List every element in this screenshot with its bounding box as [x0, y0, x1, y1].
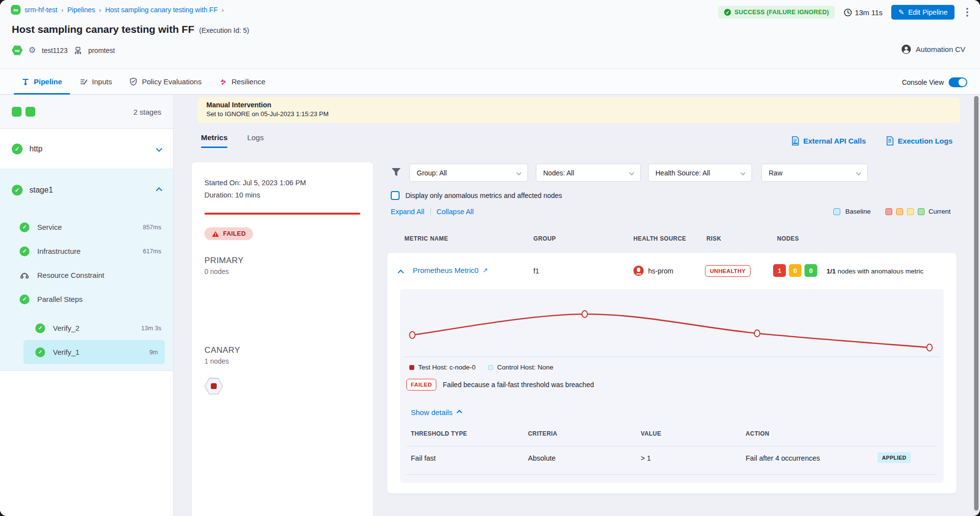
failure-message: Failed because a fail-fast threshold was… — [443, 381, 594, 389]
unhealthy-node-dot — [211, 383, 217, 389]
step-row-infrastructure[interactable]: ✓Infrastructure617ms — [0, 239, 173, 263]
breadcrumb-pipeline-name[interactable]: Host sampling canary testing with FF — [105, 6, 218, 14]
tab-resilience-label: Resilience — [231, 77, 265, 86]
chevron-up-icon[interactable] — [156, 187, 162, 194]
shield-check-icon — [129, 77, 137, 86]
nodes-filter-dropdown[interactable]: Nodes: All — [536, 164, 641, 182]
service-name[interactable]: test1123 — [42, 47, 68, 54]
console-view-toggle[interactable] — [949, 77, 967, 87]
current-red-swatch-icon — [885, 208, 892, 215]
main-tabbar: Pipeline Inputs Policy Evaluations Resil… — [0, 69, 980, 95]
external-link-icon: ↗ — [482, 267, 488, 274]
page-header: ∞ srm-hf-test › Pipelines › Host samplin… — [0, 0, 980, 69]
canary-node-hexagon[interactable] — [204, 378, 223, 394]
stages-header: 2 stages — [0, 95, 173, 129]
risk-badge: UNHEALTHY — [705, 265, 751, 277]
tab-resilience[interactable]: Resilience — [210, 69, 274, 94]
data-point-marker[interactable] — [927, 344, 932, 351]
tab-inputs[interactable]: Inputs — [71, 69, 121, 94]
data-point-marker[interactable] — [410, 332, 415, 339]
resource-constraint-icon — [20, 270, 29, 280]
applied-status-badge: APPLIED — [878, 452, 911, 463]
show-details-link[interactable]: Show details — [411, 408, 461, 417]
success-check-icon: ✓ — [35, 347, 45, 357]
divider — [430, 208, 431, 216]
execution-logs-link[interactable]: Execution Logs — [886, 136, 953, 146]
test-host-swatch-icon — [409, 365, 414, 370]
breadcrumb-separator-icon: › — [99, 6, 101, 14]
step-row-resource-constraint[interactable]: Resource Constraint — [0, 263, 173, 287]
chevron-up-icon — [456, 410, 462, 415]
expand-all-link[interactable]: Expand All — [391, 208, 425, 216]
duration-text: 13m 11s — [855, 8, 882, 17]
data-mode-dropdown[interactable]: Raw — [761, 164, 868, 182]
threshold-table-header: THRESHOLD TYPECRITERIAVALUEACTION — [400, 430, 944, 439]
canary-nodes: 1 nodes — [204, 357, 240, 365]
primary-nodes: 0 nodes — [204, 268, 360, 275]
column-header-health-source: HEALTH SOURCE — [633, 235, 686, 242]
current-orange-swatch-icon — [896, 208, 903, 215]
harness-logo-icon: ∞ — [11, 5, 21, 15]
breadcrumb-pipelines[interactable]: Pipelines — [67, 6, 95, 14]
stage-row-http[interactable]: ✓ http — [0, 129, 173, 169]
metric-line-chart — [400, 289, 944, 368]
observe-count-badge: 0 — [789, 264, 802, 277]
tab-policy-evaluations[interactable]: Policy Evaluations — [121, 69, 210, 94]
chevron-down-icon — [517, 171, 522, 175]
node-count-badges: 100 — [773, 264, 817, 277]
step-row-verify-2[interactable]: ✓Verify_213m 3s — [0, 316, 173, 340]
primary-label: PRIMARY — [204, 256, 360, 266]
tab-policy-evaluations-label: Policy Evaluations — [142, 77, 201, 86]
metric-row[interactable]: Prometheus Metric0 ↗ f1 hs-prom UNHEALTH… — [387, 253, 956, 289]
started-on: Started On: Jul 5, 2023 1:06 PM — [204, 179, 360, 187]
stage-name: stage1 — [29, 186, 53, 195]
column-header-group: GROUP — [533, 235, 556, 242]
vertical-scrollbar[interactable] — [973, 96, 979, 515]
group-filter-value: Group: All — [417, 169, 447, 177]
success-check-icon: ✓ — [12, 185, 23, 196]
nodes-text: nodes with anomalous metric — [838, 268, 924, 275]
edit-pipeline-button[interactable]: ✎ Edit Pipeline — [891, 5, 955, 20]
success-check-icon: ✓ — [20, 222, 29, 232]
metric-name-link[interactable]: Prometheus Metric0 ↗ — [413, 266, 488, 274]
health-source-cell: hs-prom — [633, 266, 673, 276]
success-check-icon: ✓ — [20, 295, 29, 304]
metric-row-card: Prometheus Metric0 ↗ f1 hs-prom UNHEALTH… — [387, 253, 956, 493]
column-header-metric-name: METRIC NAME — [404, 235, 448, 242]
collapse-all-link[interactable]: Collapse All — [437, 208, 474, 216]
tab-metrics[interactable]: Metrics — [201, 133, 227, 148]
more-options-menu-icon[interactable] — [963, 6, 971, 19]
tab-pipeline-label: Pipeline — [34, 77, 62, 86]
page-title-row: Host sampling canary testing with FF (Ex… — [12, 24, 249, 35]
step-duration: 857ms — [143, 224, 161, 231]
step-row-parallel-steps[interactable]: ✓Parallel Steps — [0, 287, 173, 311]
clock-icon — [844, 8, 852, 17]
health-source-filter-dropdown[interactable]: Health Source: All — [648, 164, 752, 182]
data-point-marker[interactable] — [582, 311, 587, 318]
threshold-header-criteria: CRITERIA — [528, 430, 557, 437]
scrollbar-thumb[interactable] — [974, 96, 979, 511]
step-row-service[interactable]: ✓Service857ms — [0, 215, 173, 239]
baseline-label: Baseline — [845, 208, 871, 215]
nodes-filter-value: Nodes: All — [543, 169, 574, 177]
chevron-down-icon[interactable] — [156, 146, 162, 152]
tab-pipeline[interactable]: Pipeline — [13, 69, 71, 94]
external-api-calls-link[interactable]: External API Calls — [792, 136, 866, 146]
control-host-swatch-icon — [488, 365, 493, 370]
tab-logs[interactable]: Logs — [247, 133, 264, 148]
infra-name[interactable]: promtest — [88, 47, 115, 54]
step-row-verify-1[interactable]: ✓Verify_19m — [24, 340, 165, 364]
health-source-name: hs-prom — [648, 267, 673, 275]
data-point-marker[interactable] — [754, 330, 760, 337]
stage-row-stage1[interactable]: ✓ stage1 — [0, 169, 173, 211]
step-label: Infrastructure — [37, 247, 80, 255]
breadcrumb-project[interactable]: srm-hf-test — [25, 6, 57, 14]
anomalous-filter-checkbox[interactable] — [391, 191, 400, 200]
collapse-metric-chevron-icon[interactable] — [398, 270, 404, 276]
verification-summary-card: Started On: Jul 5, 2023 1:06 PM Duration… — [192, 162, 373, 516]
step-label: Verify_1 — [53, 348, 79, 356]
group-filter-dropdown[interactable]: Group: All — [409, 164, 528, 182]
steps-list: ✓Service857ms✓Infrastructure617msResourc… — [0, 211, 173, 364]
expand-collapse-row: Expand All Collapse All — [391, 208, 474, 216]
header-actions: ✓ SUCCESS (FAILURE IGNORED) 13m 11s ✎ Ed… — [718, 5, 971, 20]
